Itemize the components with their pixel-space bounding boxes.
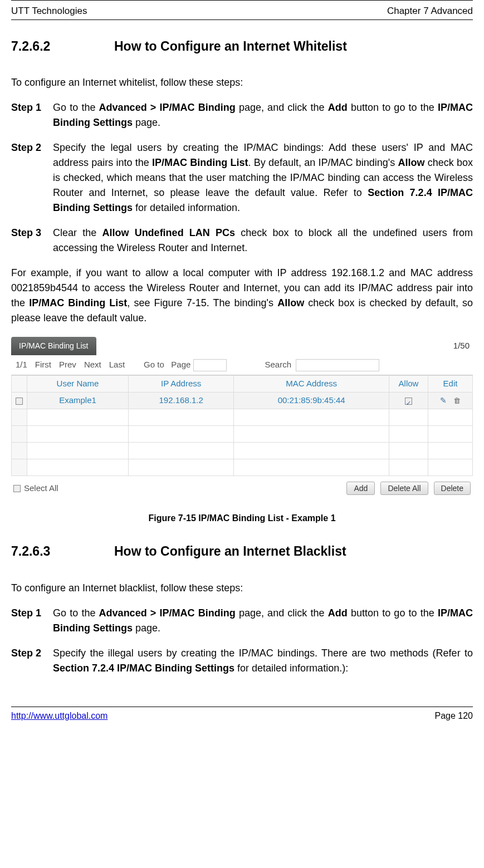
step-label: Step 1 [11,100,53,130]
delete-icon[interactable] [453,394,461,407]
search-label: Search [265,360,292,369]
page-label: Page [171,360,190,369]
section-number: 7.2.6.2 [11,37,114,56]
step-block: Step 2Specify the illegal users by creat… [11,646,473,676]
section-title-b: How to Configure an Internet Blacklist [114,542,473,561]
section-number-b: 7.2.6.3 [11,542,114,561]
row-select-checkbox[interactable] [16,398,23,405]
step-label: Step 3 [11,225,53,256]
step-body: Specify the illegal users by creating th… [53,646,473,676]
step-block: Step 1Go to the Advanced > IP/MAC Bindin… [11,100,473,130]
cell-ip: 192.168.1.2 [129,393,234,409]
search-input[interactable] [296,359,379,371]
section-heading-blacklist: 7.2.6.3 How to Configure an Internet Bla… [11,542,473,561]
panel-title: IP/MAC Binding List [11,337,96,355]
pager-first[interactable]: First [35,359,51,371]
step-body: Specify the legal users by creating the … [53,140,473,215]
table-row [12,409,473,426]
page-ratio: 1/50 [453,340,473,352]
ipmac-binding-list-screenshot: IP/MAC Binding List 1/50 1/1 First Prev … [11,337,473,496]
page-footer: http://www.uttglobal.com Page 120 [11,707,473,723]
step-label: Step 2 [11,646,53,676]
col-mac: MAC Address [234,376,389,393]
goto-input[interactable] [193,359,227,371]
col-allow: Allow [389,376,428,393]
cell-edit [428,393,473,409]
step-block: Step 3Clear the Allow Undefined LAN PCs … [11,225,473,256]
step-block: Step 1Go to the Advanced > IP/MAC Bindin… [11,606,473,636]
select-all-label: Select All [24,482,58,495]
delete-all-button[interactable]: Delete All [380,482,428,495]
col-ip: IP Address [129,376,234,393]
col-username: User Name [27,376,129,393]
step-body: Go to the Advanced > IP/MAC Binding page… [53,100,473,130]
pager-last[interactable]: Last [109,359,125,371]
figure-caption: Figure 7-15 IP/MAC Binding List - Exampl… [11,512,473,525]
pager-row: 1/1 First Prev Next Last Go to Page Sear… [11,355,473,375]
binding-table: User Name IP Address MAC Address Allow E… [11,375,473,476]
section-title: How to Configure an Internet Whitelist [114,37,473,56]
step-block: Step 2Specify the legal users by creatin… [11,140,473,215]
table-row [12,459,473,476]
table-row: Example1192.168.1.200:21:85:9b:45:44 [12,393,473,409]
header-left: UTT Technologies [11,4,87,18]
select-all-checkbox[interactable] [13,485,21,492]
goto-label: Go to [144,360,164,369]
step-body: Clear the Allow Undefined LAN PCs check … [53,225,473,256]
col-edit: Edit [428,376,473,393]
footer-page: Page 120 [434,709,473,723]
intro-whitelist: To configure an Internet whitelist, foll… [11,75,473,90]
delete-button[interactable]: Delete [434,482,471,495]
pager-prev[interactable]: Prev [59,359,76,371]
cell-mac: 00:21:85:9b:45:44 [234,393,389,409]
table-row [12,443,473,459]
allow-checkbox[interactable] [405,398,412,405]
footer-url[interactable]: http://www.uttglobal.com [11,709,107,723]
pager-current: 1/1 [16,359,27,371]
example-paragraph: For example, if you want to allow a loca… [11,266,473,326]
header-right: Chapter 7 Advanced [387,4,473,18]
section-heading-whitelist: 7.2.6.2 How to Configure an Internet Whi… [11,37,473,56]
add-button[interactable]: Add [346,482,375,495]
cell-username: Example1 [27,393,129,409]
col-select [12,376,27,393]
table-row [12,426,473,443]
step-body: Go to the Advanced > IP/MAC Binding page… [53,606,473,636]
step-label: Step 2 [11,140,53,215]
step-label: Step 1 [11,606,53,636]
pager-next[interactable]: Next [84,359,101,371]
page-header: UTT Technologies Chapter 7 Advanced [11,3,473,20]
cell-allow [389,393,428,409]
edit-icon[interactable] [440,394,447,407]
intro-blacklist: To configure an Internet blacklist, foll… [11,581,473,596]
